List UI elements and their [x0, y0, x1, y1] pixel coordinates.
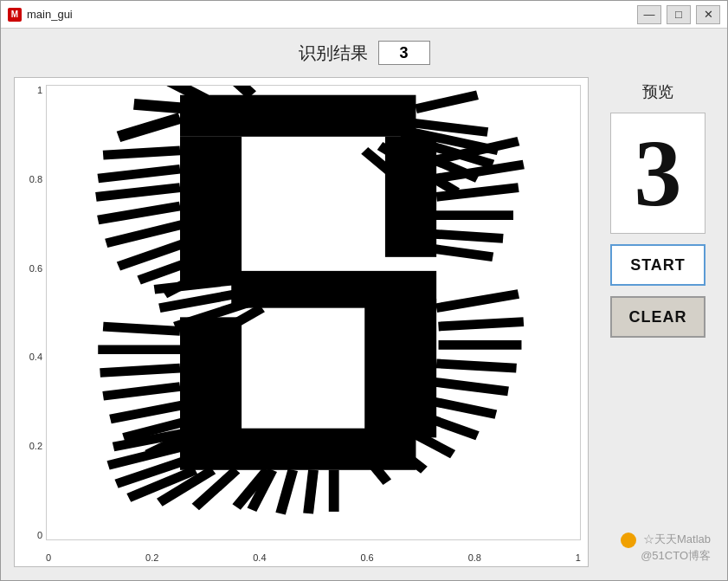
svg-line-4 — [231, 86, 252, 95]
content-area: 识别结果 3 1 0.8 0.6 0.4 0.2 0 — [1, 29, 727, 580]
result-value: 3 — [399, 44, 408, 62]
start-button[interactable]: START — [610, 244, 705, 286]
window-controls: — □ ✕ — [637, 5, 720, 24]
plot-canvas — [46, 85, 581, 540]
x-axis-labels: 0 0.2 0.4 0.6 0.8 1 — [46, 552, 581, 563]
top-bar: 识别结果 3 — [14, 37, 714, 68]
svg-line-28 — [98, 206, 180, 220]
svg-line-37 — [436, 364, 516, 368]
preview-label: 预览 — [642, 81, 673, 102]
y-axis-labels: 1 0.8 0.6 0.4 0.2 0 — [16, 85, 42, 540]
watermark-line2: @51CTO博客 — [621, 548, 711, 564]
svg-line-2 — [134, 104, 190, 108]
svg-line-17 — [431, 234, 503, 238]
preview-box: 3 — [610, 113, 705, 234]
svg-line-62 — [280, 470, 293, 513]
watermark-line1: ☆天天Matlab — [621, 532, 711, 548]
maximize-button[interactable]: □ — [667, 5, 691, 24]
svg-line-34 — [436, 294, 519, 308]
close-button[interactable]: ✕ — [696, 5, 720, 24]
svg-line-55 — [100, 368, 180, 372]
app-icon: M — [8, 8, 22, 22]
svg-line-29 — [106, 224, 183, 242]
svg-rect-52 — [180, 317, 242, 437]
preview-digit: 3 — [635, 126, 682, 221]
svg-line-35 — [439, 322, 524, 326]
result-value-box: 3 — [378, 41, 430, 65]
svg-line-57 — [110, 405, 182, 419]
main-row: 1 0.8 0.6 0.4 0.2 0 0 0.2 0.4 0.6 0.8 — [14, 77, 714, 567]
clear-button[interactable]: CLEAR — [610, 296, 705, 338]
svg-line-56 — [103, 387, 180, 397]
watermark-icon — [621, 533, 636, 548]
svg-line-5 — [416, 95, 477, 109]
svg-rect-0 — [180, 95, 416, 137]
plot-container: 1 0.8 0.6 0.4 0.2 0 0 0.2 0.4 0.6 0.8 — [15, 78, 588, 566]
right-panel: 预览 3 START CLEAR — [602, 77, 714, 567]
svg-line-38 — [435, 382, 508, 391]
title-bar: M main_gui — □ ✕ — [1, 1, 727, 29]
digit-plot-svg — [47, 86, 580, 539]
svg-line-1 — [119, 118, 180, 136]
svg-line-53 — [103, 326, 180, 331]
result-label: 识别结果 — [299, 42, 368, 65]
plot-area: 1 0.8 0.6 0.4 0.2 0 0 0.2 0.4 0.6 0.8 — [14, 77, 589, 567]
minimize-button[interactable]: — — [637, 5, 661, 24]
svg-line-27 — [96, 188, 180, 197]
window-title: main_gui — [27, 8, 637, 21]
svg-line-26 — [98, 169, 180, 178]
svg-line-61 — [308, 470, 313, 513]
svg-rect-12 — [385, 137, 436, 257]
main-window: M main_gui — □ ✕ 识别结果 3 1 0. — [0, 0, 728, 581]
svg-line-25 — [103, 151, 180, 155]
svg-line-39 — [428, 401, 496, 415]
watermark: ☆天天Matlab @51CTO博客 — [621, 532, 711, 564]
